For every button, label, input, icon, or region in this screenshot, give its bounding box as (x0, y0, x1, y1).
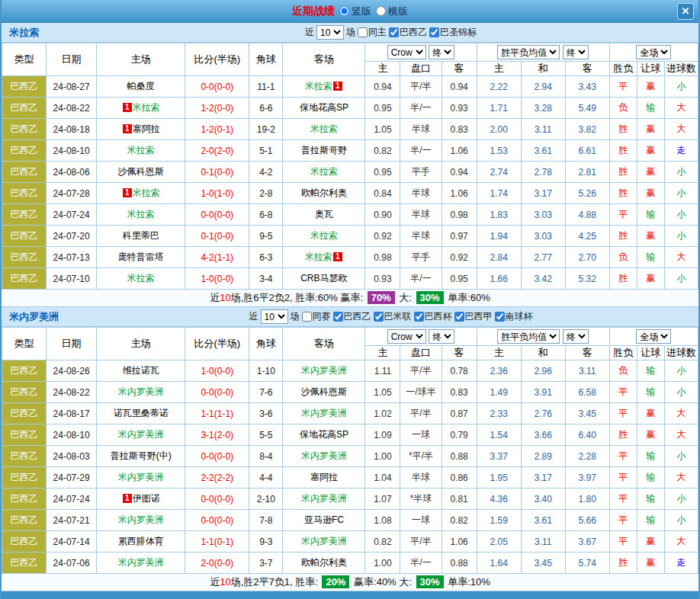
title-bar: 近期战绩 竖版 横版 ✕ (2, 0, 698, 23)
corner-cell: 6-3 (249, 247, 283, 268)
score-cell: 0-0(0-0) (185, 76, 249, 98)
league-checkbox[interactable] (429, 27, 439, 37)
away-odds-cell: 0.93 (442, 98, 477, 119)
summary-segment: 70% (368, 291, 395, 304)
away-team-cell: 保地花高SP (283, 424, 365, 446)
score-cell: 4-2(1-1) (185, 247, 249, 268)
scope-select[interactable]: 全场 (636, 45, 671, 59)
league-filter[interactable]: 巴米联 (374, 310, 412, 323)
home-odds-cell: 0.94 (365, 76, 400, 98)
corner-cell: 6-6 (249, 98, 283, 119)
corner-cell: 1-10 (249, 360, 283, 382)
league-checkbox[interactable] (389, 27, 399, 37)
col-odds-away: 客 (442, 62, 477, 76)
odds-source-select[interactable]: Crow (387, 329, 426, 344)
date-cell: 24-08-18 (47, 119, 97, 140)
home-team-cell: 累西腓体育 (97, 531, 185, 553)
wdl-result-cell: 平 (609, 403, 637, 424)
home-odds-cell: 1.11 (365, 360, 400, 382)
summary-segment: 10 (220, 292, 230, 303)
away-odds-cell: 1.06 (442, 183, 477, 204)
league-filter[interactable]: 同赛 (302, 310, 331, 323)
games-count-select[interactable]: 10 (316, 25, 344, 40)
score-cell: 1-0(0-0) (185, 360, 249, 382)
col-away: 客场 (283, 43, 365, 76)
match-row: 巴西乙24-07-281米拉索1-0(1-0)2-8欧帕尔利奥0.84半球1.0… (2, 183, 698, 204)
avg-state-select[interactable]: 终 (563, 329, 589, 344)
wdl-result-cell: 胜 (609, 162, 637, 183)
league-filter[interactable]: 南球杯 (495, 310, 533, 323)
avg-odds-cell: 3.03 (521, 226, 565, 247)
matches-table: 类型 日期 主场 比分(半场) 角球 客场 Crow 终 胜平负均值 终 (2, 327, 698, 574)
team-name-text: 米内罗美洲 (301, 536, 347, 546)
league-filter[interactable]: 巴西杯 (414, 310, 452, 323)
odds-source-select[interactable]: Crow (387, 45, 426, 59)
goals-result-cell: 走 (664, 553, 698, 574)
avg-odds-cell: 3.03 (521, 204, 565, 226)
avg-odds-cell: 1.74 (477, 183, 521, 204)
team-name-text: 累西腓体育 (118, 536, 164, 546)
team-name-text: 米内罗美洲 (301, 408, 347, 418)
avg-select[interactable]: 胜平负均值 (497, 45, 560, 59)
league-checkbox[interactable] (495, 312, 505, 322)
avg-select[interactable]: 胜平负均值 (497, 329, 560, 344)
corner-cell: 3-6 (249, 403, 283, 424)
col-handicap: 盘口 (400, 346, 442, 360)
layout-vertical-radio[interactable] (339, 6, 349, 16)
league-filter[interactable]: 巴西乙 (333, 310, 371, 323)
league-filter[interactable]: 巴西乙 (389, 26, 427, 39)
odds-state-select[interactable]: 终 (429, 329, 454, 344)
scope-select[interactable]: 全场 (636, 329, 671, 344)
odds-filter-cell: Crow 终 (365, 43, 477, 62)
odds-state-select[interactable]: 终 (429, 45, 454, 59)
league-filter[interactable]: 巴西甲 (454, 310, 493, 323)
league-filter[interactable]: 同主 (358, 26, 387, 39)
away-team-cell: 塞阿拉 (283, 467, 365, 488)
away-team-cell: 亚马逊FC (283, 510, 365, 531)
league-checkbox[interactable] (374, 312, 384, 322)
league-checkbox[interactable] (414, 312, 424, 322)
handicap-cell: 平/半 (400, 403, 442, 424)
team-name-text: 维拉诺瓦 (123, 365, 159, 376)
col-wdl: 胜负 (609, 62, 637, 76)
league-filter[interactable]: 巴圣锦标 (429, 26, 477, 39)
league-checkbox-label: 巴圣锦标 (440, 26, 477, 39)
layout-horizontal-radio[interactable] (376, 6, 386, 16)
team-name-text: 帕桑度 (127, 81, 155, 91)
avg-odds-cell: 5.26 (565, 183, 609, 204)
team-name-text: CRB马瑟欧 (300, 273, 347, 283)
handicap-result-cell: 赢 (637, 531, 664, 553)
avg-state-select[interactable]: 终 (563, 45, 589, 59)
home-team-cell: 帕桑度 (97, 76, 185, 98)
team-name-text: 米拉索 (310, 166, 338, 177)
home-odds-cell: 0.90 (365, 204, 400, 226)
league-checkbox[interactable] (302, 312, 312, 322)
home-odds-cell: 1.02 (365, 403, 400, 424)
league-type-cell: 巴西乙 (2, 553, 47, 574)
league-filters: 同赛巴西乙巴米联巴西杯巴西甲南球杯 (302, 310, 535, 323)
score-cell: 1-2(0-1) (185, 119, 249, 140)
league-type-cell: 巴西乙 (2, 204, 47, 226)
layout-horizontal-option[interactable]: 横版 (376, 5, 408, 18)
league-type-cell: 巴西乙 (2, 98, 47, 119)
league-checkbox[interactable] (358, 27, 368, 37)
league-checkbox[interactable] (454, 312, 464, 322)
wdl-result-cell: 负 (609, 98, 637, 119)
games-count-select[interactable]: 10 (261, 309, 288, 324)
date-cell: 24-07-20 (47, 226, 97, 247)
league-checkbox[interactable] (333, 312, 343, 322)
layout-vertical-option[interactable]: 竖版 (339, 5, 371, 18)
goals-result-cell: 大 (664, 119, 698, 140)
close-button[interactable]: ✕ (677, 3, 694, 20)
home-odds-cell: 1.00 (365, 446, 400, 467)
handicap-cell: 半/一 (400, 268, 442, 290)
home-team-cell: 米拉索 (97, 140, 185, 162)
avg-odds-cell: 5.32 (565, 268, 609, 290)
avg-odds-cell: 3.67 (565, 531, 609, 553)
handicap-cell: 半球 (400, 204, 442, 226)
avg-odds-cell: 3.28 (521, 98, 565, 119)
home-odds-cell: 0.95 (365, 98, 400, 119)
near-label: 近 (249, 310, 258, 323)
handicap-result-cell: 赢 (637, 226, 664, 247)
handicap-result-cell: 输 (637, 467, 664, 488)
